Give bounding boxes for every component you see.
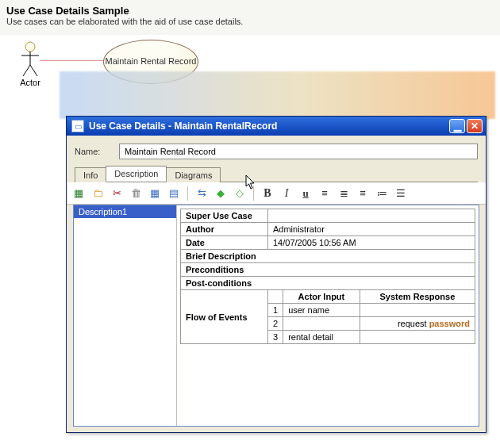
grid-icon[interactable]: ▤ — [167, 186, 181, 201]
svg-line-4 — [30, 65, 37, 76]
tree-item-description1[interactable]: Description1 — [74, 205, 176, 218]
prop-value[interactable] — [268, 209, 475, 223]
underline-button[interactable]: u — [298, 186, 313, 201]
bulleted-list-button[interactable]: ☰ — [394, 186, 408, 201]
numbered-list-button[interactable]: ≔ — [375, 186, 389, 201]
align-right-button[interactable]: ≡ — [356, 186, 370, 201]
col-system-response: System Response — [360, 290, 475, 304]
delete-icon[interactable]: 🗑 — [129, 186, 143, 201]
sample-header: Use Case Details Sample Use cases can be… — [0, 0, 500, 34]
tab-info[interactable]: Info — [75, 167, 106, 182]
prop-value[interactable]: Administrator — [268, 223, 475, 236]
usecase-details-window: ▭ Use Case Details - Maintain RentalReco… — [66, 116, 487, 433]
detail-pane: Super Use Case Author Administrator Date… — [177, 205, 479, 426]
sample-title: Use Case Details Sample — [6, 5, 494, 17]
prop-label: Preconditions — [181, 263, 475, 277]
window-titlebar[interactable]: ▭ Use Case Details - Maintain RentalReco… — [67, 117, 486, 136]
row-number: 1 — [268, 304, 283, 317]
prop-label: Date — [181, 236, 268, 250]
prop-label: Author — [181, 223, 268, 236]
separator-icon — [253, 186, 254, 201]
name-input[interactable] — [119, 144, 478, 159]
actor-input-cell[interactable] — [283, 317, 360, 331]
svg-line-3 — [23, 65, 30, 76]
separator-icon — [187, 186, 188, 201]
actor-input-cell[interactable]: user name — [283, 304, 360, 317]
actor-shape[interactable]: Actor — [14, 41, 46, 87]
hierarchy-icon[interactable]: ⇆ — [194, 186, 209, 201]
sample-subtitle: Use cases can be elaborated with the aid… — [6, 17, 494, 26]
col-blank — [268, 290, 283, 304]
properties-table: Super Use Case Author Administrator Date… — [180, 209, 475, 344]
prop-label: Super Use Case — [181, 209, 268, 223]
table-icon[interactable]: ▦ — [148, 186, 162, 201]
window-icon: ▭ — [71, 120, 84, 132]
actor-input-cell[interactable]: rental detail — [283, 331, 360, 344]
col-actor-input: Actor Input — [283, 290, 360, 304]
callout-gradient — [60, 71, 495, 119]
italic-button[interactable]: I — [279, 186, 294, 201]
tree-pane[interactable]: Description1 — [74, 205, 177, 426]
row-number: 3 — [268, 331, 283, 344]
prop-label: Brief Description — [181, 250, 475, 263]
name-label: Name: — [75, 147, 111, 156]
name-row: Name: — [67, 136, 486, 164]
tab-strip: Info Description Diagrams — [67, 164, 486, 182]
prop-label: Flow of Events — [181, 290, 268, 344]
tab-description[interactable]: Description — [106, 166, 167, 182]
align-center-button[interactable]: ≣ — [337, 186, 351, 201]
system-response-cell[interactable] — [360, 331, 475, 344]
close-button[interactable]: ✕ — [467, 119, 483, 133]
usecase-label: Maintain Rental Record — [106, 56, 197, 67]
down-icon[interactable]: ◇ — [233, 186, 247, 201]
open-icon[interactable]: 🗀 — [90, 186, 105, 201]
editor-toolbar: ▦ 🗀 ✂ 🗑 ▦ ▤ ⇆ ◆ ◇ B I u ≡ ≣ ≡ ≔ ☰ — [67, 182, 486, 205]
association-line — [40, 60, 107, 61]
minimize-button[interactable]: ▁ — [449, 119, 465, 133]
system-response-cell[interactable]: request password — [360, 317, 475, 331]
cut-icon[interactable]: ✂ — [110, 186, 124, 201]
tab-diagrams[interactable]: Diagrams — [166, 167, 221, 182]
system-response-cell[interactable] — [360, 304, 475, 317]
new-icon[interactable]: ▦ — [71, 186, 86, 201]
row-number: 2 — [268, 317, 283, 331]
align-left-button[interactable]: ≡ — [317, 186, 332, 201]
prop-label: Post-conditions — [181, 277, 475, 290]
content-area: Description1 Super Use Case Author Admin… — [73, 205, 479, 427]
prop-value[interactable]: 14/07/2005 10:56 AM — [268, 236, 475, 250]
bold-button[interactable]: B — [260, 186, 275, 201]
actor-label: Actor — [14, 78, 46, 87]
svg-point-0 — [25, 42, 35, 52]
window-title: Use Case Details - Maintain RentalRecord — [89, 121, 448, 132]
up-icon[interactable]: ◆ — [213, 186, 228, 201]
